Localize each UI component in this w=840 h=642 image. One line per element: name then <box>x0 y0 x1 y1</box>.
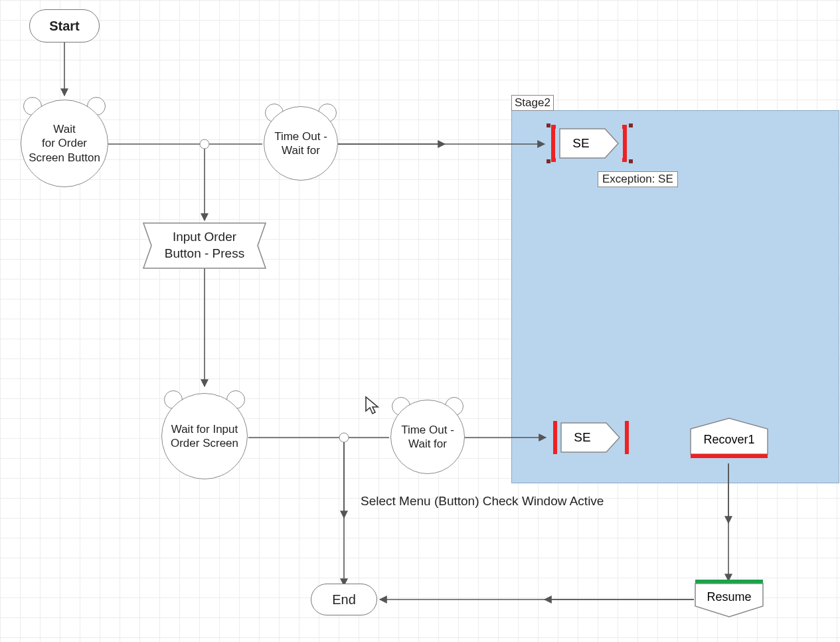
exception-tooltip: Exception: SE <box>598 171 678 187</box>
annotation-label: Select Menu (Button) Check Window Active <box>361 494 604 509</box>
diagram-canvas[interactable]: Stage2 <box>0 0 840 642</box>
start-node[interactable]: Start <box>29 9 100 42</box>
action-input-order-press[interactable]: Input Order Button - Press <box>143 222 266 269</box>
svg-rect-16 <box>546 159 550 163</box>
junction-dot <box>200 139 210 149</box>
action-label: Wait for Input Order Screen <box>171 422 238 451</box>
svg-rect-24 <box>695 580 763 584</box>
svg-text:SE: SE <box>574 430 590 444</box>
action-label: Wait for Order Screen Button <box>29 122 100 165</box>
action-label: Input Order Button - Press <box>165 229 244 262</box>
svg-text:Recover1: Recover1 <box>703 433 754 446</box>
svg-text:Resume: Resume <box>707 590 751 603</box>
recover-node[interactable]: Recover1 <box>689 417 769 466</box>
action-label: Time Out - Wait for <box>401 423 454 451</box>
svg-rect-20 <box>625 421 629 454</box>
action-wait-order-button[interactable]: Wait for Order Screen Button <box>21 100 108 187</box>
action-timeout-1[interactable]: Time Out - Wait for <box>264 106 338 181</box>
svg-rect-22 <box>691 454 768 458</box>
svg-rect-17 <box>629 159 633 163</box>
svg-rect-14 <box>546 123 550 127</box>
exception-se-2[interactable]: SE <box>548 418 634 460</box>
resume-node[interactable]: Resume <box>694 580 764 621</box>
start-label: Start <box>49 18 80 34</box>
svg-text:SE: SE <box>572 136 589 150</box>
action-timeout-2[interactable]: Time Out - Wait for <box>390 400 465 474</box>
action-wait-input-order[interactable]: Wait for Input Order Screen <box>161 393 248 479</box>
action-label: Time Out - Wait for <box>274 129 327 158</box>
junction-dot <box>339 433 349 443</box>
end-node[interactable]: End <box>311 584 377 615</box>
connectors <box>0 0 840 642</box>
svg-rect-19 <box>553 421 557 454</box>
exception-se-1[interactable]: SE <box>546 123 633 166</box>
end-label: End <box>332 592 356 607</box>
svg-rect-15 <box>629 123 633 127</box>
